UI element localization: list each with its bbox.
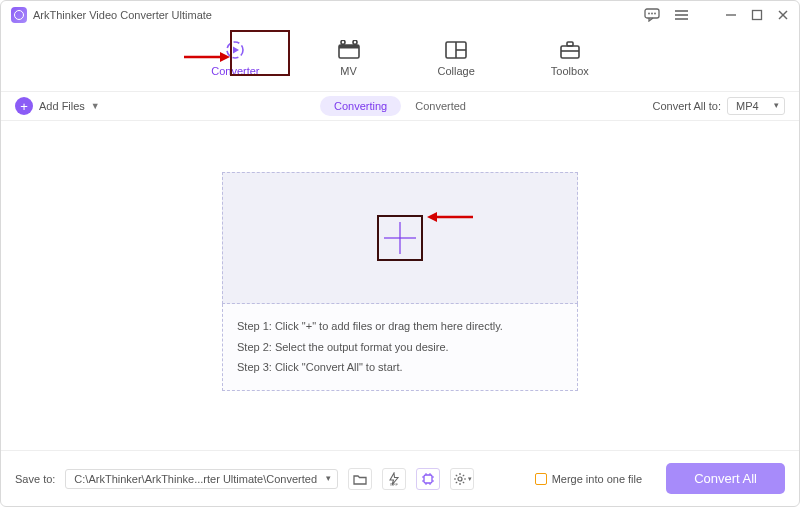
svg-rect-20 [561, 46, 579, 58]
instruction-steps: Step 1: Click "+" to add files or drag t… [222, 304, 578, 392]
plus-large-icon [380, 218, 420, 258]
checkbox-icon [535, 473, 547, 485]
tab-label: Toolbox [551, 65, 589, 77]
tab-label: MV [340, 65, 357, 77]
svg-rect-8 [753, 11, 762, 20]
settings-button[interactable]: ▾ [450, 468, 474, 490]
close-icon[interactable] [777, 9, 789, 21]
mv-icon [336, 39, 362, 61]
window-controls [644, 8, 789, 22]
svg-point-3 [654, 13, 656, 15]
tab-label: Converter [211, 65, 259, 77]
svg-rect-31 [424, 475, 432, 483]
add-files-big-plus[interactable] [377, 215, 423, 261]
convert-all-button[interactable]: Convert All [666, 463, 785, 494]
app-logo [11, 7, 27, 23]
merge-checkbox[interactable]: Merge into one file [535, 473, 643, 485]
chevron-down-icon: ▾ [468, 475, 472, 483]
maximize-icon[interactable] [751, 9, 763, 21]
save-to-label: Save to: [15, 473, 55, 485]
main-tabs: Converter MV Collage Toolbox [1, 29, 799, 91]
svg-point-2 [651, 13, 653, 15]
tab-mv[interactable]: MV [328, 35, 370, 81]
drop-block: Step 1: Click "+" to add files or drag t… [222, 172, 578, 392]
tab-converter[interactable]: Converter [203, 35, 267, 81]
titlebar: ArkThinker Video Converter Ultimate [1, 1, 799, 29]
toolbox-icon [557, 39, 583, 61]
app-title: ArkThinker Video Converter Ultimate [33, 9, 644, 21]
convert-all-to-label: Convert All to: [653, 100, 721, 112]
svg-point-16 [353, 40, 357, 44]
step-2: Step 2: Select the output format you des… [237, 337, 563, 358]
step-3: Step 3: Click "Convert All" to start. [237, 357, 563, 378]
gpu-icon [421, 472, 435, 486]
content-area: Step 1: Click "+" to add files or drag t… [1, 113, 799, 450]
minimize-icon[interactable] [725, 9, 737, 21]
svg-point-1 [648, 13, 650, 15]
svg-rect-14 [339, 45, 359, 49]
chevron-down-icon: ▼ [91, 101, 100, 111]
feedback-icon[interactable] [644, 8, 660, 22]
svg-line-45 [455, 474, 456, 475]
open-folder-button[interactable] [348, 468, 372, 490]
svg-point-40 [458, 477, 462, 481]
svg-point-15 [341, 40, 345, 44]
gpu-button[interactable] [416, 468, 440, 490]
hw-accel-button[interactable]: OFF [382, 468, 406, 490]
app-window: ArkThinker Video Converter Ultimate Conv… [0, 0, 800, 507]
svg-line-46 [462, 481, 463, 482]
save-path-select[interactable]: C:\ArkThinker\ArkThinke...rter Ultimate\… [65, 469, 338, 489]
merge-label: Merge into one file [552, 473, 643, 485]
tab-label: Collage [438, 65, 475, 77]
drop-zone[interactable] [222, 172, 578, 304]
svg-text:OFF: OFF [390, 481, 399, 486]
add-files-label: Add Files [39, 100, 85, 112]
converter-icon [222, 39, 248, 61]
svg-line-47 [462, 474, 463, 475]
collage-icon [443, 39, 469, 61]
folder-icon [353, 473, 367, 485]
svg-line-48 [455, 481, 456, 482]
tab-toolbox[interactable]: Toolbox [543, 35, 597, 81]
gear-icon [453, 472, 467, 486]
bottombar: Save to: C:\ArkThinker\ArkThinke...rter … [1, 450, 799, 506]
step-1: Step 1: Click "+" to add files or drag t… [237, 316, 563, 337]
tab-collage[interactable]: Collage [430, 35, 483, 81]
lightning-off-icon: OFF [387, 472, 401, 486]
svg-rect-21 [567, 42, 573, 46]
menu-icon[interactable] [674, 9, 689, 21]
svg-marker-12 [233, 47, 239, 54]
